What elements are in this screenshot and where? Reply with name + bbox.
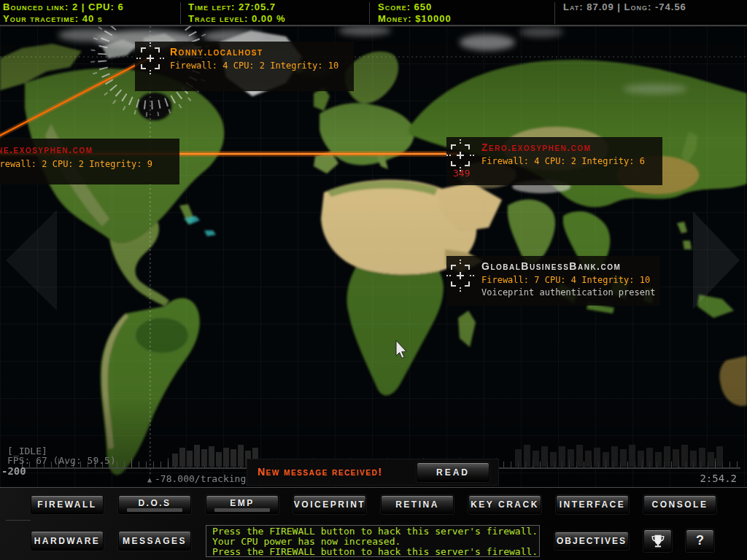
topbar-divider: [554, 2, 555, 24]
trophy-icon: [650, 534, 666, 548]
key-crack-button[interactable]: KEY CRACK: [468, 495, 541, 514]
console-line: Press the FIREWALL button to hack this s…: [212, 526, 533, 537]
server-tooltip-bank: GlobalBusinessBank.com Firewall: 7 CPU: …: [446, 256, 660, 306]
server-tooltip-one: one.exosyphen.com Firewall: 2 CPU: 2 Int…: [0, 139, 179, 184]
trace-counter: 349: [453, 168, 470, 179]
server-name: one.exosyphen.com: [0, 144, 93, 155]
server-name: Zero.exosyphen.com: [481, 141, 645, 153]
topbar-divider: [180, 2, 181, 24]
tracking-marker-icon: ▲: [147, 475, 152, 483]
top-status-bar: Bounced link: 2 | CPU: 6 Your tracetime:…: [0, 0, 747, 26]
money-readout: Money: $10000: [378, 13, 452, 24]
server-tooltip-ronny: Ronny.localhost Firewall: 4 CPU: 2 Integ…: [135, 42, 354, 91]
voiceprint-button[interactable]: VOICEPRINT: [293, 495, 366, 514]
crosshair-icon[interactable]: [136, 42, 164, 75]
objectives-button[interactable]: OBJECTIVES: [554, 532, 629, 550]
bounced-link-cpu-readout: Bounced link: 2 | CPU: 6: [3, 1, 124, 12]
hardware-button[interactable]: HARDWARE: [31, 531, 104, 551]
firewall-button[interactable]: FIREWALL: [31, 495, 104, 514]
ruler-histogram: [172, 445, 258, 467]
help-button[interactable]: ?: [686, 529, 714, 552]
retina-button[interactable]: RETINA: [381, 495, 454, 514]
emp-progress-bar: [214, 508, 270, 512]
tracking-readout: ▲-78.000/tracking: [147, 473, 246, 484]
score-readout: Score: 650: [378, 1, 432, 12]
lat-long-readout: Lat: 87.09 | Long: -74.56: [563, 1, 686, 12]
server-name: Ronny.localhost: [170, 46, 338, 58]
server-tooltip-zero: Zero.exosyphen.com Firewall: 4 CPU: 2 In…: [446, 137, 662, 185]
server-stats: Firewall: 4 CPU: 2 Integrity: 6: [481, 156, 645, 166]
cursor-icon: [396, 341, 406, 358]
console-line: Press the FIREWALL button to hack this s…: [212, 547, 533, 557]
topbar-divider: [369, 2, 370, 24]
world-map[interactable]: Ronny.localhost Firewall: 4 CPU: 2 Integ…: [0, 26, 747, 487]
emp-button[interactable]: EMP: [206, 495, 279, 514]
tracetime-readout: Your tracetime: 40 s: [3, 13, 103, 24]
interface-button[interactable]: INTERFACE: [556, 495, 629, 514]
console-button[interactable]: CONSOLE: [643, 495, 716, 514]
trace-level-readout: Trace level: 0.00 %: [188, 13, 285, 24]
server-stats: Firewall: 7 CPU: 4 Integrity: 10: [481, 275, 655, 285]
read-message-button[interactable]: READ: [417, 462, 489, 482]
message-alert-bar: New message received! READ: [247, 459, 499, 486]
dos-progress-bar: [127, 508, 182, 512]
fps-readout: FPS: 67 (Avg: 59.5): [7, 455, 116, 466]
server-stats: Firewall: 4 CPU: 2 Integrity: 10: [170, 61, 338, 71]
bottom-control-panel: FIREWALL D.O.S EMP VOICEPRINT RETINA KEY…: [0, 487, 747, 560]
dos-button[interactable]: D.O.S: [118, 495, 191, 514]
console-log: Press the FIREWALL button to hack this s…: [206, 525, 540, 557]
server-name: GlobalBusinessBank.com: [481, 260, 655, 272]
server-stats: Firewall: 2 CPU: 2 Integrity: 9: [0, 159, 152, 169]
row-divider: [6, 520, 31, 521]
server-auth-note: Voiceprint authentication present: [481, 287, 655, 298]
game-screen: Bounced link: 2 | CPU: 6 Your tracetime:…: [0, 0, 747, 560]
session-timer: 2:54.2: [700, 472, 737, 484]
scale-min-label: -200: [1, 465, 26, 477]
time-left-readout: Time left: 27:05.7: [188, 1, 276, 12]
crosshair-icon[interactable]: [446, 259, 474, 292]
message-alert-text: New message received!: [258, 466, 382, 478]
console-line: Your CPU power has now increased.: [212, 537, 533, 547]
messages-button[interactable]: MESSAGES: [118, 531, 191, 551]
achievements-button[interactable]: [643, 529, 672, 552]
